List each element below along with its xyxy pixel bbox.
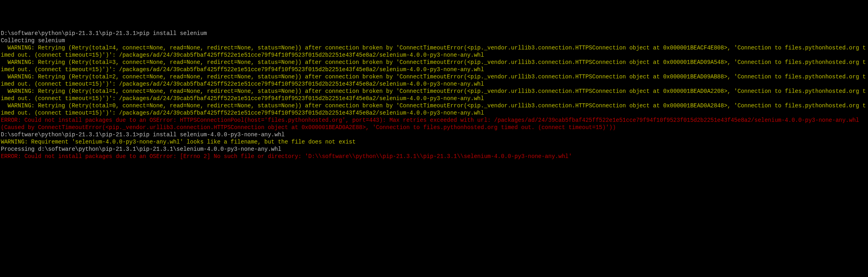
error-oserror-2: ERROR: Could not install packages due to…	[1, 153, 867, 160]
warning-filename: WARNING: Requirement 'selenium-4.0.0-py3…	[1, 138, 867, 146]
command-1: pip install selenium	[139, 30, 207, 37]
warning-retry-4: WARNING: Retrying (Retry(total=4, connec…	[1, 44, 867, 59]
warning-retry-2: WARNING: Retrying (Retry(total=2, connec…	[1, 73, 867, 88]
warning-retry-3: WARNING: Retrying (Retry(total=3, connec…	[1, 59, 867, 73]
command-line-1: D:\software\python\pip-21.3.1\pip-21.3.1…	[1, 30, 867, 37]
terminal-output[interactable]: D:\software\python\pip-21.3.1\pip-21.3.1…	[1, 30, 867, 160]
prompt-1: D:\software\python\pip-21.3.1\pip-21.3.1…	[1, 30, 139, 37]
command-line-2: D:\software\python\pip-21.3.1\pip-21.3.1…	[1, 131, 867, 138]
collecting-line: Collecting selenium	[1, 37, 867, 44]
warning-retry-0: WARNING: Retrying (Retry(total=0, connec…	[1, 102, 867, 117]
warning-retry-1: WARNING: Retrying (Retry(total=1, connec…	[1, 88, 867, 102]
command-2: pip install selenium-4.0.0-py3-none-any.…	[139, 131, 284, 138]
error-oserror-1: ERROR: Could not install packages due to…	[1, 117, 867, 131]
processing-line: Processing d:\software\python\pip-21.3.1…	[1, 146, 867, 153]
prompt-2: D:\software\python\pip-21.3.1\pip-21.3.1…	[1, 131, 139, 138]
